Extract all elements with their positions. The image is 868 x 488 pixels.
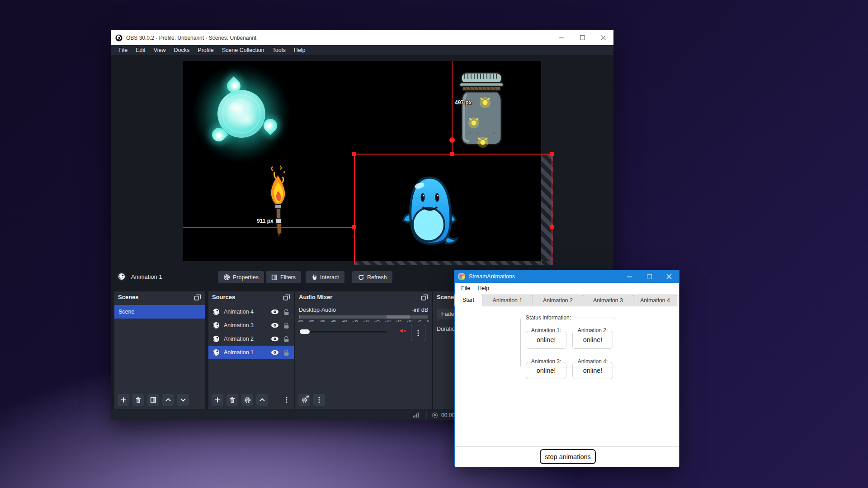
filters-button[interactable]: Filters: [266, 271, 301, 283]
menu-tools[interactable]: Tools: [269, 45, 290, 55]
scene-list-item[interactable]: Scene: [114, 305, 205, 319]
animation-1-status-box: Animation 1: online!: [526, 331, 566, 349]
scenes-dock-title: Scenes: [118, 294, 139, 300]
source-properties-button[interactable]: [241, 394, 253, 406]
stats-bars-icon: [413, 409, 419, 421]
streamanimations-window: StreamAnimations File Help Start Animati…: [454, 270, 679, 466]
lock-icon[interactable]: [283, 309, 290, 315]
scenes-dock: Scenes Scene: [114, 291, 205, 409]
animation-3-status-box: Animation 3: online!: [526, 362, 566, 379]
source-list-item[interactable]: Animation 3: [208, 319, 294, 332]
channel-options-button[interactable]: [411, 325, 425, 341]
preview-canvas[interactable]: 497 px 911 px: [183, 61, 541, 261]
menu-help[interactable]: Help: [290, 45, 310, 55]
mixer-menu-dots-icon[interactable]: [313, 394, 325, 406]
divider: [455, 446, 679, 447]
app-logo-icon: [458, 273, 465, 280]
app-titlebar[interactable]: StreamAnimations: [455, 270, 679, 283]
remove-scene-button[interactable]: [132, 394, 144, 406]
remove-source-button[interactable]: [226, 394, 238, 406]
obs-titlebar[interactable]: OBS 30.0.2 - Profile: Unbenannt - Scenes…: [111, 30, 613, 45]
obs-maximize-button[interactable]: [572, 30, 593, 45]
lock-icon[interactable]: [283, 336, 290, 342]
popout-icon[interactable]: [283, 294, 290, 301]
eye-icon[interactable]: [271, 336, 279, 342]
volume-slider-handle[interactable]: [300, 329, 310, 334]
mixer-level-value: -inf dB: [412, 307, 428, 313]
obs-close-button[interactable]: [593, 30, 613, 45]
selection-box-right: [552, 154, 552, 264]
obs-menubar: File Edit View Docks Profile Scene Colle…: [111, 45, 613, 55]
tab-animation-2[interactable]: Animation 2: [533, 295, 583, 306]
app-menu-file[interactable]: File: [458, 285, 474, 291]
torch-source[interactable]: [264, 165, 292, 249]
mute-speaker-icon[interactable]: [399, 328, 406, 334]
refresh-icon: [358, 274, 364, 281]
refresh-button[interactable]: Refresh: [352, 271, 392, 283]
sources-dock-title: Sources: [212, 294, 235, 300]
out-of-canvas-stripes: [354, 261, 553, 265]
animation-3-status-value: online!: [537, 367, 556, 374]
selected-source-label: Animation 1: [131, 273, 162, 280]
scene-down-button[interactable]: [177, 394, 189, 406]
obs-logo-icon: [115, 34, 123, 42]
menu-profile[interactable]: Profile: [193, 45, 217, 55]
app-tabstrip: Start Animation 1 Animation 2 Animation …: [455, 294, 679, 306]
eye-icon[interactable]: [271, 309, 279, 314]
blue-blob-source[interactable]: [398, 174, 461, 251]
eye-icon[interactable]: [271, 323, 279, 328]
interact-button[interactable]: Interact: [306, 271, 344, 283]
firefly-icon: [468, 117, 479, 128]
lock-icon[interactable]: [283, 349, 290, 356]
menu-view[interactable]: View: [150, 45, 170, 55]
add-scene-button[interactable]: [118, 394, 129, 406]
source-list-item[interactable]: Animation 2: [208, 332, 294, 346]
status-group-label: Status information:: [524, 314, 572, 321]
animation-2-status-value: online!: [583, 336, 603, 343]
menu-scene-collection[interactable]: Scene Collection: [218, 45, 269, 55]
status-information-group: Status information: Animation 1: online!…: [520, 318, 615, 367]
source-list-item[interactable]: Animation 4: [208, 305, 294, 319]
scene-filters-button[interactable]: [147, 394, 159, 406]
app-maximize-button[interactable]: [639, 270, 659, 283]
selection-handle[interactable]: [550, 152, 554, 156]
tab-animation-4[interactable]: Animation 4: [633, 295, 677, 306]
obs-minimize-button[interactable]: [551, 30, 572, 45]
source-up-button[interactable]: [256, 394, 268, 406]
globe-icon: [212, 335, 220, 343]
popout-icon[interactable]: [194, 294, 201, 301]
app-menubar: File Help: [455, 283, 679, 294]
menu-docks[interactable]: Docks: [170, 45, 194, 55]
scene-up-button[interactable]: [162, 394, 174, 406]
out-of-canvas-stripes: [541, 154, 553, 264]
stop-animations-button[interactable]: stop animations: [540, 449, 596, 464]
filter-icon: [271, 274, 278, 281]
tab-animation-3[interactable]: Animation 3: [583, 295, 633, 306]
globe-icon: [212, 308, 220, 315]
volume-meter: [299, 315, 428, 319]
lock-icon[interactable]: [283, 322, 290, 328]
add-source-button[interactable]: [212, 394, 223, 406]
volume-slider[interactable]: [299, 331, 387, 333]
tab-start[interactable]: Start: [454, 294, 482, 306]
mixer-dock-title: Audio Mixer: [299, 294, 332, 300]
source-type-icon: [117, 272, 127, 282]
sources-menu-dots-icon[interactable]: [283, 394, 291, 406]
app-menu-help[interactable]: Help: [474, 285, 493, 291]
eye-icon[interactable]: [271, 350, 279, 355]
animation-4-status-box: Animation 4: online!: [572, 362, 613, 379]
source-list-item[interactable]: Animation 1: [208, 346, 294, 359]
properties-button[interactable]: Properties: [218, 271, 264, 283]
menu-edit[interactable]: Edit: [132, 45, 150, 55]
firefly-jar-source[interactable]: [456, 70, 507, 151]
app-close-button[interactable]: [659, 270, 679, 283]
popout-icon[interactable]: [421, 294, 428, 301]
selection-handle[interactable]: [550, 225, 554, 229]
advanced-audio-button[interactable]: [298, 394, 310, 406]
record-icon: [432, 412, 438, 418]
tab-animation-1[interactable]: Animation 1: [482, 295, 533, 306]
meter-scale: -60-55-50-45-40-35-30-25-20-15-10-50: [295, 319, 432, 323]
app-minimize-button[interactable]: [619, 270, 639, 283]
menu-file[interactable]: File: [114, 45, 132, 55]
app-content: Status information: Animation 1: online!…: [455, 306, 679, 467]
